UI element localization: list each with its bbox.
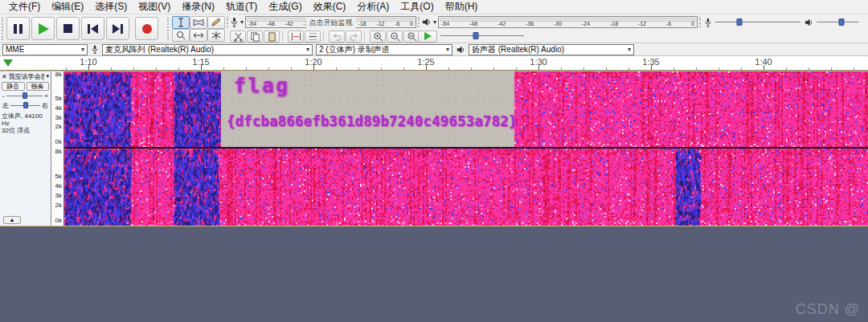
audio-host-select[interactable]: MME▾ — [2, 44, 88, 55]
meter-scale-label: -48 — [267, 21, 275, 27]
pan-right-label: 右 — [42, 101, 48, 110]
zoom-out-button[interactable] — [387, 31, 403, 43]
selection-region[interactable]: flag {dfcba866efb361d89b7240c49653a782} — [221, 71, 514, 147]
timeline-tick — [561, 67, 562, 70]
zoom-tool-button[interactable] — [172, 29, 190, 42]
meter-scale-label: -30 — [554, 21, 562, 27]
timeline-tick — [88, 65, 89, 70]
play-at-speed-button[interactable] — [418, 31, 437, 43]
timeline-tick — [336, 67, 337, 70]
track-format-line1: 立体声, 44100 Hz — [2, 112, 49, 127]
meter-scale-label: -24 — [582, 21, 590, 27]
pause-button[interactable] — [6, 17, 30, 40]
menu-item-help[interactable]: 帮助(H) — [440, 0, 484, 14]
menu-item-transport[interactable]: 播录(N) — [176, 0, 220, 14]
copy-button[interactable] — [247, 31, 263, 43]
copy-icon — [250, 31, 260, 42]
selection-tool-icon — [175, 18, 186, 27]
track-title[interactable]: 我应该学会思考总... — [9, 72, 45, 81]
solo-button[interactable]: 独奏 — [27, 82, 50, 91]
timeline-tick — [178, 67, 179, 70]
timeline-ruler[interactable]: 1:101:151:201:251:301:351:401:45 — [0, 56, 868, 71]
trim-audio-button[interactable] — [288, 31, 304, 43]
envelope-tool-button[interactable] — [190, 16, 207, 29]
menu-item-tools[interactable]: 工具(O) — [395, 0, 439, 14]
stop-button[interactable] — [56, 17, 80, 40]
speaker-icon — [421, 18, 432, 26]
zoom-selection-button[interactable] — [403, 31, 420, 43]
timeline-tick — [291, 67, 292, 70]
paste-icon — [267, 31, 277, 42]
timeline-tick — [358, 67, 359, 70]
pan-left-label: 左 — [2, 101, 9, 110]
menu-item-file[interactable]: 文件(F) — [3, 0, 46, 14]
play-button[interactable] — [31, 17, 55, 40]
track-control-panel: ✕ 我应该学会思考总... ▾ 静音 独奏 - + 左 右 立体声, 44100… — [0, 71, 51, 226]
menu-item-analyze[interactable]: 分析(A) — [351, 0, 395, 14]
timeline-tick — [66, 67, 67, 70]
undo-button[interactable] — [329, 31, 345, 43]
watermark-text: CSDN @ — [796, 301, 860, 318]
flag-text: flag — [234, 75, 290, 97]
recording-channels-select[interactable]: 2 (立体声) 录制声道▾ — [316, 44, 452, 55]
mute-button[interactable]: 静音 — [2, 82, 25, 91]
menu-item-tracks[interactable]: 轨道(T) — [220, 0, 263, 14]
playback-volume-thumb[interactable] — [839, 18, 845, 26]
playback-speed-slider[interactable] — [440, 32, 524, 40]
playback-device-select[interactable]: 扬声器 (Realtek(R) Audio)▾ — [469, 44, 634, 55]
gain-slider-thumb[interactable] — [23, 92, 27, 99]
redo-button[interactable] — [346, 31, 362, 43]
track-header: ✕ 我应该学会思考总... ▾ — [0, 71, 51, 81]
toolbar-grip[interactable] — [167, 18, 170, 40]
mixer-toolbar — [704, 16, 865, 28]
menu-item-effect[interactable]: 效果(C) — [308, 0, 352, 14]
tools-toolbar — [172, 16, 225, 42]
timeline-tick — [764, 65, 764, 70]
spectrogram-channel-2[interactable] — [64, 149, 868, 226]
timeline-tick — [156, 67, 157, 70]
multi-tool-icon — [211, 31, 222, 40]
menu-item-select[interactable]: 选择(S) — [89, 0, 133, 14]
zoom-in-button[interactable] — [370, 31, 386, 43]
track-close-button[interactable]: ✕ — [2, 73, 7, 80]
timeline-tick — [448, 67, 449, 70]
playback-volume-slider[interactable] — [817, 18, 858, 26]
menu-item-edit[interactable]: 编辑(E) — [46, 0, 89, 14]
playback-meter[interactable]: ▾ -54-48-42-36-30-24-18-12-60 — [421, 16, 698, 28]
recording-volume-thumb[interactable] — [736, 18, 742, 26]
menu-item-generate[interactable]: 生成(G) — [263, 0, 307, 14]
skip-to-end-button[interactable] — [106, 17, 129, 40]
selection-tool-button[interactable] — [172, 16, 190, 29]
collapse-track-button[interactable]: ▲ — [3, 216, 21, 224]
playback-speed-thumb[interactable] — [473, 32, 478, 39]
toolbar-grip[interactable] — [2, 18, 5, 40]
monitor-hint[interactable]: 点击开始监视 — [306, 18, 356, 28]
pan-slider-thumb[interactable] — [23, 102, 28, 108]
recording-meter[interactable]: ▾ -54-48-42-36-30-24-18-12-60 点击开始监视 — [230, 16, 416, 28]
multi-tool-button[interactable] — [207, 29, 225, 42]
chevron-down-icon[interactable]: ▾ — [433, 19, 436, 26]
gain-slider[interactable] — [6, 92, 43, 100]
menu-item-view[interactable]: 视图(V) — [133, 0, 176, 14]
cut-button[interactable] — [230, 31, 246, 43]
draw-tool-button[interactable] — [207, 16, 225, 29]
track-menu-chevron-icon[interactable]: ▾ — [46, 73, 49, 79]
silence-audio-button[interactable] — [305, 31, 321, 43]
pan-slider[interactable] — [10, 102, 40, 109]
recording-volume-slider[interactable] — [715, 18, 800, 26]
pause-icon — [14, 24, 23, 34]
zoom-in-icon — [373, 31, 383, 42]
timeline-tick — [786, 67, 787, 70]
paste-button[interactable] — [264, 31, 280, 43]
recording-device-select[interactable]: 麦克风阵列 (Realtek(R) Audio)▾ — [102, 44, 313, 55]
time-shift-tool-button[interactable] — [190, 29, 207, 42]
chevron-down-icon[interactable]: ▾ — [240, 19, 244, 26]
toolbar-grip[interactable] — [699, 17, 702, 27]
timeline-tick — [403, 67, 404, 70]
timeline-options-pin-icon[interactable] — [3, 59, 13, 67]
record-button[interactable] — [135, 17, 158, 40]
playback-meter-numbers: -54-48-42-36-30-24-18-12-60 — [439, 21, 697, 27]
timeline-tick — [854, 67, 854, 70]
skip-to-start-button[interactable] — [81, 17, 104, 40]
meter-scale-label: -6 — [395, 21, 399, 27]
